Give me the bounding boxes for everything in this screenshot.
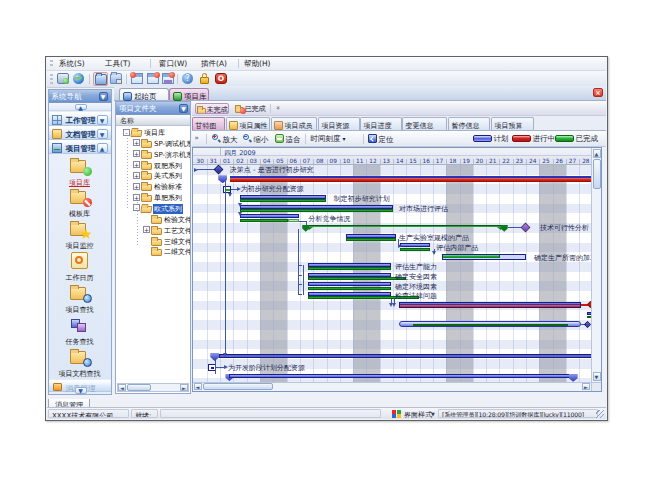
nav-item-任务查找[interactable]: 任务查找: [49, 337, 111, 347]
gantt-tab-变更信息[interactable]: 变更信息: [402, 117, 447, 131]
tree-item-检验标准[interactable]: +检验标准: [116, 181, 190, 192]
tree-item-单肥系列[interactable]: +单肥系列: [116, 192, 190, 203]
menu-item-2[interactable]: 窗口(W): [159, 59, 187, 69]
nav-group-项目管理[interactable]: 项目管理▲: [49, 140, 111, 154]
filter-button-已完成[interactable]: 已完成: [234, 103, 272, 114]
scroll-right-icon[interactable]: ►: [582, 383, 590, 390]
gantt-button-放大[interactable]: 放大: [212, 134, 238, 145]
scroll-left-icon[interactable]: ◄: [118, 384, 126, 391]
gantt-bar-done[interactable]: [400, 248, 430, 251]
gantt-vscrollbar[interactable]: ▲▼: [591, 148, 601, 382]
gantt-bar-inprogress[interactable]: [230, 176, 591, 182]
pin-icon[interactable]: ▼: [99, 92, 108, 101]
gantt-hscrollbar[interactable]: ◄►: [193, 382, 592, 391]
tree-item-欧式系列[interactable]: -欧式系列: [116, 203, 190, 214]
toolbar-button[interactable]: [161, 72, 176, 86]
tree-expander-plus-icon[interactable]: +: [133, 172, 140, 179]
tree-expander-plus-icon[interactable]: +: [133, 139, 140, 146]
gantt-bar-done[interactable]: [240, 219, 287, 222]
gantt-bar-inprogress[interactable]: [399, 302, 581, 308]
tree-expander-plus-icon[interactable]: +: [133, 150, 140, 157]
tree-item-SP-演示机系[interactable]: +SP-演示机系: [116, 149, 190, 160]
menu-item-4[interactable]: 帮助(H): [244, 59, 271, 69]
tree-expander-minus-icon[interactable]: -: [123, 129, 130, 136]
scroll-down-icon[interactable]: ▼: [593, 372, 601, 381]
toolbar-button[interactable]: [146, 72, 161, 86]
toolbar-button[interactable]: O: [214, 72, 229, 86]
gantt-bar-plan[interactable]: [229, 374, 572, 378]
menu-item-1[interactable]: 工具(T): [105, 59, 130, 69]
gantt-tab-项目预算[interactable]: 项目预算: [491, 117, 534, 131]
tree-item-SP-调试机系[interactable]: +SP-调试机系: [116, 138, 190, 149]
nav-item-项目查找[interactable]: 项目查找: [49, 305, 111, 315]
chevron-down-icon[interactable]: ▼: [97, 129, 108, 139]
tree-item-美式系列[interactable]: +美式系列: [116, 170, 190, 181]
gantt-button-缩小[interactable]: 缩小: [243, 134, 269, 145]
scroll-right-icon[interactable]: ►: [180, 384, 188, 391]
gantt-button-定位[interactable]: 定位: [368, 134, 394, 145]
close-icon[interactable]: ×: [593, 88, 603, 97]
toolbar-button[interactable]: [72, 72, 87, 86]
chevron-up-icon[interactable]: ▲: [97, 143, 108, 153]
toolbar-button[interactable]: [109, 72, 124, 86]
tree-hscroll-thumb[interactable]: [127, 384, 151, 391]
nav-group-文档管理[interactable]: 文档管理▼: [49, 126, 111, 140]
tree-item-工艺文件[interactable]: +工艺文件: [116, 225, 190, 236]
gantt-button-适合[interactable]: 适合: [275, 134, 301, 145]
chevron-up-icon[interactable]: ▲: [75, 104, 87, 110]
menu-item-3[interactable]: 插件(A): [201, 59, 227, 69]
scroll-up-icon[interactable]: ▲: [593, 149, 601, 158]
tree-hscrollbar[interactable]: ◄►: [117, 383, 189, 392]
gantt-bar-done[interactable]: [308, 277, 406, 280]
gantt-bar-done[interactable]: [240, 199, 325, 202]
toolbar-button[interactable]: [93, 72, 108, 86]
nav-item-工作日历[interactable]: 工作日历: [49, 273, 111, 283]
toolbar-button[interactable]: ?: [181, 72, 196, 86]
gantt-bar-done[interactable]: [308, 287, 391, 290]
gantt-bar-done[interactable]: [240, 209, 393, 212]
doc-tab-起始页[interactable]: 起始页: [119, 88, 169, 100]
gantt-tab-暂停信息[interactable]: 暂停信息: [448, 117, 490, 131]
gantt-tab-甘特图[interactable]: 甘特图: [192, 117, 225, 131]
nav-item-项目监控[interactable]: 项目监控: [49, 241, 111, 251]
filter-overflow-icon[interactable]: »: [274, 106, 282, 110]
tree-item-三维文件[interactable]: 三维文件: [116, 236, 190, 247]
gantt-vscroll-thumb[interactable]: [593, 159, 601, 189]
toolbar-button[interactable]: [56, 72, 71, 86]
gantt-hscroll-thumb[interactable]: [203, 383, 273, 390]
gantt-bar-done[interactable]: [346, 238, 395, 241]
toolbar-button[interactable]: [198, 72, 213, 86]
tree-item-二维文件[interactable]: 二维文件: [116, 246, 190, 257]
status-style-label[interactable]: 界面样式: [404, 410, 432, 420]
tree-expander-plus-icon[interactable]: +: [133, 194, 140, 201]
nav-item-模板库[interactable]: 模板库: [49, 209, 111, 219]
tree-expander-minus-icon[interactable]: -: [133, 204, 140, 211]
tree-expander-plus-icon[interactable]: +: [143, 226, 150, 233]
toolbar-button[interactable]: [130, 72, 145, 86]
doc-tab-项目库[interactable]: 项目库: [169, 88, 209, 100]
gantt-tab-项目资源[interactable]: 项目资源: [318, 117, 360, 131]
pin-icon[interactable]: ▼: [179, 104, 188, 113]
nav-item-项目文档查找[interactable]: 项目文档查找: [49, 369, 111, 379]
gantt-bar-summary-plan[interactable]: [219, 354, 591, 358]
gantt-tab-项目进度[interactable]: 项目进度: [360, 117, 402, 131]
scroll-left-icon[interactable]: ◄: [194, 383, 202, 390]
tree-item-双肥系列[interactable]: +双肥系列: [116, 160, 190, 171]
nav-group-工作管理[interactable]: 工作管理▼: [49, 112, 111, 126]
gantt-bar-pill[interactable]: [399, 321, 581, 327]
tree-expander-plus-icon[interactable]: +: [133, 161, 140, 168]
gantt-tab-项目属性[interactable]: 项目属性: [226, 117, 270, 131]
gantt-bar-partial[interactable]: [442, 254, 526, 260]
tree-expander-plus-icon[interactable]: +: [133, 183, 140, 190]
tree-item-检验文件[interactable]: 检验文件: [116, 214, 190, 225]
menu-item-0[interactable]: 系统(S): [59, 59, 85, 69]
tree-item-项目库[interactable]: -项目库: [116, 127, 190, 138]
filter-button-未完成[interactable]: 未完成: [195, 103, 229, 114]
gantt-toolbar-overflow-icon[interactable]: »: [195, 134, 199, 142]
chevron-down-icon[interactable]: ▼: [75, 387, 87, 394]
gantt-button-时间刻度[interactable]: 时间刻度 ▾: [311, 134, 346, 144]
gantt-bar-done[interactable]: [308, 267, 391, 270]
nav-item-项目库[interactable]: 项目库: [49, 178, 111, 188]
chevron-down-icon[interactable]: ▼: [97, 115, 108, 125]
gantt-tab-项目成员[interactable]: 项目成员: [271, 117, 317, 131]
